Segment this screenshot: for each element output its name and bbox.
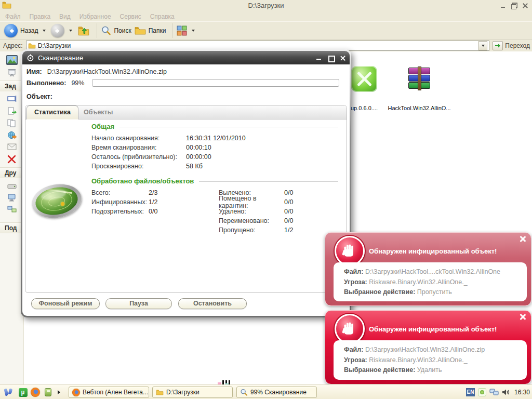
alert-threat-value: Riskware.Binary.Win32.AllinOne._ [369,356,467,364]
stat-value: 0/0 [284,189,293,196]
picture-preview-icon[interactable] [6,55,18,65]
infection-alert-popup: Обнаружен инфицированный объект! Файл: D… [325,232,531,306]
language-indicator[interactable]: EN [466,388,475,396]
quicklaunch-v-icon[interactable] [3,387,14,397]
publish-web-task-icon[interactable] [7,131,17,139]
section-general: Общая [91,123,338,130]
background-mode-button[interactable]: Фоновый режим [31,298,100,309]
taskbar-task-explorer[interactable]: D:\Загрузки [152,387,233,398]
alert-threat-label: Угроза: [344,356,367,364]
menu-item-favorites[interactable]: Избранное [79,13,111,20]
toolbar: Назад Поиск [0,21,532,40]
alert-file-value: D:\Загрузки\HackTool.Win32.AllinOne.zip [365,346,485,353]
stat-value: 0/0 [284,217,293,224]
taskbar-clock[interactable]: 16:30 [514,389,530,396]
dialog-minimize-button[interactable] [316,55,322,61]
section-processed-title: Обработано файлов/объектов [91,177,194,185]
stat-label: Всего: [91,189,149,196]
alert-action-value: Удалить [417,366,442,374]
search-button[interactable]: Поиск [101,25,131,36]
antivirus-tray-icon[interactable] [478,388,486,396]
progress-percent-text: 99% [71,79,84,87]
alert-close-icon[interactable] [519,235,526,242]
back-dropdown-icon[interactable] [43,30,46,32]
menu-item-help[interactable]: Справка [150,13,175,20]
quicklaunch-firefox-icon[interactable] [30,387,41,397]
email-task-icon[interactable] [7,143,17,151]
forward-button[interactable] [51,24,74,37]
restore-button[interactable] [511,3,517,8]
network-places-icon[interactable] [7,206,17,214]
copy-task-icon[interactable] [7,119,17,127]
progress-bar [92,79,339,87]
section-processed: Обработано файлов/объектов [91,177,338,185]
pause-button[interactable]: Пауза [105,298,172,309]
scan-progress-row: Выполнено: 99% [26,79,342,87]
alert-file-label: Файл: [344,346,363,353]
scan-dialog: Сканирование Имя: D:\Загрузки\HackTool.W… [21,49,351,317]
my-computer-icon[interactable] [7,194,17,202]
dialog-close-button[interactable] [340,55,345,61]
stat-label: Осталось (приблизительно): [91,153,186,161]
volume-tray-icon[interactable] [502,389,510,396]
stat-value: 0/0 [284,208,293,215]
radar-icon [32,182,84,221]
tab-objects[interactable]: Объекты [84,105,113,119]
stat-value: 0/0 [149,208,157,215]
drive-icon[interactable] [7,182,17,190]
go-button[interactable]: Переход [493,41,530,50]
address-dropdown-button[interactable] [478,41,487,50]
taskbar-task-scan[interactable]: 99% Сканирование [236,387,317,398]
up-button[interactable] [77,25,90,36]
taskbar-task-browser[interactable]: Вебтоп (Ален Вегета... [69,387,149,398]
folders-button[interactable]: Папки [135,26,166,35]
quicklaunch-expand-icon[interactable] [56,387,61,397]
alert-close-icon[interactable] [519,313,526,320]
stat-value: 0/0 [284,198,293,206]
stat-value: 58 Кб [186,163,203,170]
go-arrow-icon [493,41,503,50]
stat-label: Время сканирования: [91,144,186,151]
stat-label: Подозрительных: [91,208,149,215]
menu-item-tools[interactable]: Сервис [120,13,141,20]
forward-icon [51,24,64,37]
scan-name-label: Имя: [26,68,42,75]
tab-statistics[interactable]: Статистика [26,105,78,119]
menu-item-view[interactable]: Вид [59,13,71,20]
stat-value: 1/2 [149,198,157,206]
views-dropdown-icon[interactable] [192,30,195,32]
forward-dropdown-icon[interactable] [69,30,72,32]
go-label: Переход [505,42,530,49]
stop-button[interactable]: Остановить [178,298,247,309]
task-label: Вебтоп (Ален Вегета... [83,389,148,396]
close-button[interactable] [522,3,528,8]
quicklaunch-messenger-icon[interactable] [43,387,53,397]
minimize-button[interactable] [500,3,506,8]
dialog-maximize-button[interactable] [328,55,334,61]
address-value: D:\Загрузки [38,42,71,49]
file-item[interactable]: HackTool.Win32.AllinO... [385,66,453,112]
menu-item-edit[interactable]: Правка [30,13,51,20]
quicklaunch-utorrent-icon[interactable]: µ [18,387,28,397]
stat-label: Переименовано: [219,217,284,224]
stat-value: 16:30:31 12/01/2010 [186,135,246,142]
alert-action-label: Выбранное действие: [344,366,415,374]
explorer-titlebar: D:\Загрузки [0,0,532,11]
menu-item-file[interactable]: Файл [5,13,21,20]
stop-hand-icon [335,314,365,344]
views-button[interactable] [177,25,197,36]
network-tray-icon[interactable] [489,389,499,396]
move-task-icon[interactable] [7,107,17,115]
search-icon [101,25,111,36]
task-label: 99% Сканирование [250,389,307,396]
rename-task-icon[interactable] [7,95,17,103]
alert-action-value: Пропустить [417,288,452,296]
sidebar-header-other-places: Дру [0,167,23,178]
delete-task-icon[interactable] [7,155,17,163]
alert-threat-label: Угроза: [344,278,367,286]
stat-value: 00:00:00 [186,153,211,161]
back-button[interactable]: Назад [4,24,48,37]
stat-label: Начало сканирования: [91,135,186,142]
slideshow-icon[interactable] [7,69,17,77]
window-title: D:\Загрузки [0,2,532,9]
